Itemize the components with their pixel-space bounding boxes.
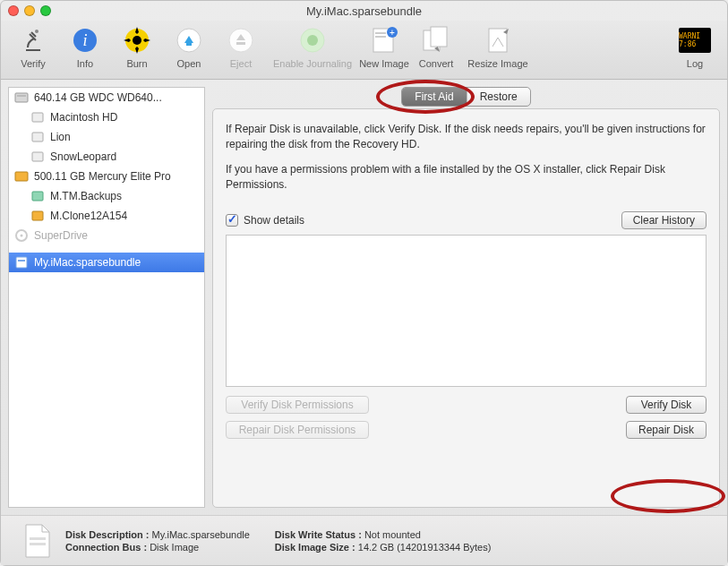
tab-restore[interactable]: Restore	[467, 88, 530, 106]
svg-rect-29	[16, 257, 27, 268]
optical-drive-icon	[14, 228, 29, 243]
svg-point-10	[307, 35, 318, 46]
info-icon: i	[69, 24, 101, 56]
sidebar-blank	[9, 245, 204, 253]
open-icon	[173, 24, 205, 56]
disk-image-icon	[14, 255, 29, 270]
pane-description: If Repair Disk is unavailable, click Ver…	[226, 122, 707, 193]
verify-disk-permissions-button: Verify Disk Permissions	[226, 396, 369, 414]
toolbar-open[interactable]: Open	[164, 22, 214, 69]
meta-write-val: Not mounted	[364, 529, 421, 540]
external-hdd-icon	[14, 169, 29, 184]
tab-bar: First Aid Restore	[212, 87, 720, 110]
svg-rect-31	[30, 537, 46, 540]
meta-size-val: 14.2 GB (14201913344 Bytes)	[358, 542, 492, 553]
toolbar-verify[interactable]: Verify	[8, 22, 58, 69]
svg-point-28	[21, 235, 23, 237]
svg-point-4	[133, 36, 141, 45]
svg-text:i: i	[82, 31, 87, 49]
new-image-icon: +	[368, 24, 400, 56]
footer-info: Disk Description : My.iMac.sparsebundle …	[1, 515, 727, 565]
svg-rect-22	[32, 133, 43, 142]
toolbar-enable-journaling: Enable Journaling	[268, 22, 357, 69]
convert-icon	[420, 24, 452, 56]
volume-icon	[30, 209, 45, 223]
toolbar-convert[interactable]: Convert	[411, 22, 461, 69]
eject-icon	[225, 24, 257, 56]
svg-point-0	[35, 30, 39, 33]
toolbar-eject: Eject	[216, 22, 266, 69]
svg-rect-32	[30, 543, 46, 545]
clear-history-button[interactable]: Clear History	[621, 211, 707, 229]
volume-icon	[30, 130, 45, 144]
verify-disk-button[interactable]: Verify Disk	[626, 396, 707, 414]
meta-desc-val: My.iMac.sparsebundle	[152, 529, 250, 540]
burn-icon	[121, 24, 153, 56]
svg-rect-12	[375, 32, 386, 34]
sidebar-vol-clone[interactable]: M.Clone12A154	[9, 206, 204, 226]
svg-rect-17	[431, 27, 447, 47]
meta-conn-val: Disk Image	[150, 542, 199, 553]
sidebar-vol-macintosh-hd[interactable]: Macintosh HD	[9, 107, 204, 127]
first-aid-pane: If Repair Disk is unavailable, click Ver…	[212, 108, 720, 508]
titlebar: My.iMac.sparsebundle	[1, 1, 727, 21]
microscope-icon	[17, 24, 49, 56]
sidebar-disk-mercury[interactable]: 500.11 GB Mercury Elite Pro	[9, 167, 204, 186]
svg-rect-20	[17, 95, 26, 97]
svg-rect-24	[15, 172, 28, 181]
svg-rect-19	[15, 93, 28, 102]
meta-write-key: Disk Write Status :	[275, 529, 362, 540]
show-details-label[interactable]: Show details	[244, 214, 304, 227]
toolbar-info[interactable]: i Info	[60, 22, 110, 69]
svg-text:+: +	[390, 28, 395, 38]
sidebar-vol-snowleopard[interactable]: SnowLeopard	[9, 147, 204, 167]
svg-rect-23	[32, 152, 43, 161]
volume-icon	[30, 150, 45, 164]
journaling-icon	[296, 24, 329, 56]
main-panel: First Aid Restore If Repair Disk is unav…	[212, 87, 720, 508]
toolbar-log[interactable]: WARNI 7:86 Log	[670, 22, 720, 69]
repair-disk-permissions-button: Repair Disk Permissions	[226, 421, 369, 439]
log-icon: WARNI 7:86	[679, 24, 711, 56]
volume-icon	[30, 110, 45, 124]
sidebar-vol-lion[interactable]: Lion	[9, 127, 204, 147]
toolbar: Verify i Info Burn Open Eject	[1, 21, 727, 80]
sidebar-superdrive: SuperDrive	[9, 226, 204, 245]
meta-desc-key: Disk Description :	[65, 529, 150, 540]
toolbar-burn[interactable]: Burn	[112, 22, 162, 69]
svg-rect-13	[375, 36, 386, 38]
sidebar-disk-wdc[interactable]: 640.14 GB WDC WD640...	[9, 88, 204, 107]
toolbar-resize-image[interactable]: Resize Image	[463, 22, 533, 69]
sidebar-sparsebundle[interactable]: My.iMac.sparsebundle	[9, 253, 204, 272]
svg-rect-8	[236, 42, 245, 45]
svg-rect-26	[32, 211, 43, 220]
sidebar-vol-tm-backups[interactable]: M.TM.Backups	[9, 186, 204, 206]
svg-rect-6	[186, 42, 192, 46]
svg-rect-21	[32, 113, 43, 122]
toolbar-new-image[interactable]: + New Image	[359, 22, 409, 69]
show-details-checkbox[interactable]	[226, 214, 238, 227]
meta-conn-key: Connection Bus :	[65, 542, 147, 553]
window-title: My.iMac.sparsebundle	[1, 4, 727, 18]
device-sidebar[interactable]: 640.14 GB WDC WD640... Macintosh HD Lion…	[8, 87, 205, 508]
volume-icon	[30, 189, 45, 203]
svg-rect-25	[32, 192, 43, 201]
tab-first-aid[interactable]: First Aid	[402, 88, 467, 106]
svg-rect-30	[18, 260, 25, 262]
resize-image-icon	[482, 24, 514, 56]
hdd-icon	[14, 90, 29, 105]
repair-disk-button[interactable]: Repair Disk	[626, 421, 707, 439]
document-icon	[22, 523, 53, 559]
details-log[interactable]	[226, 235, 707, 387]
meta-size-key: Disk Image Size :	[275, 542, 355, 553]
